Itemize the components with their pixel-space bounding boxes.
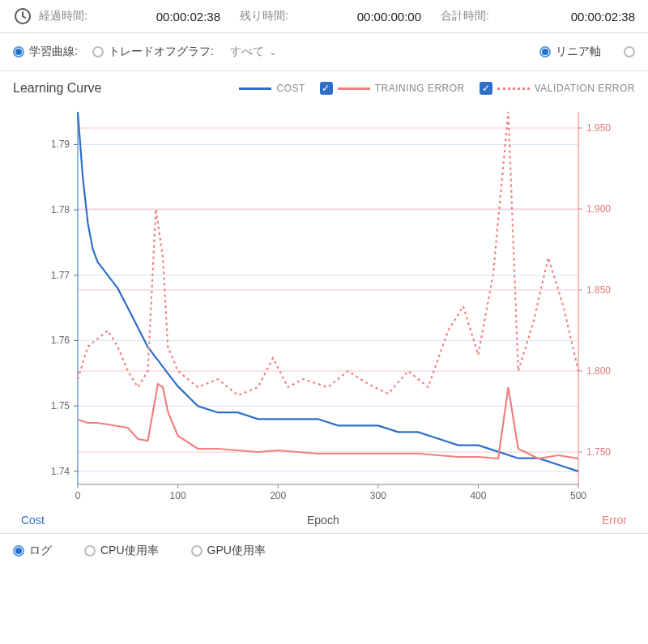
radio-icon[interactable]: [624, 46, 635, 58]
total-value: 00:00:02:38: [571, 10, 635, 23]
chart-panel: Learning Curve COST ✓TRAINING ERROR ✓VAL…: [0, 71, 648, 533]
chart-title: Learning Curve: [13, 81, 101, 96]
svg-text:1.75: 1.75: [51, 400, 70, 412]
tab-log[interactable]: ログ: [13, 544, 52, 558]
svg-text:1.900: 1.900: [586, 203, 611, 215]
bottom-tabs: ログ CPU使用率 GPU使用率: [0, 533, 648, 568]
radio-icon: [84, 545, 96, 557]
tab-cpu[interactable]: CPU使用率: [84, 544, 159, 558]
y-right-label: Error: [602, 514, 627, 527]
svg-text:1.750: 1.750: [586, 446, 611, 458]
svg-text:1.79: 1.79: [51, 139, 70, 150]
clock-icon: [13, 6, 32, 26]
chevron-down-icon: ⌄: [269, 46, 277, 58]
tab-label: トレードオフグラフ:: [109, 45, 214, 59]
tab-label: リニア軸: [556, 45, 601, 59]
svg-text:1.850: 1.850: [586, 284, 611, 296]
svg-text:500: 500: [570, 490, 586, 501]
tab-tradeoff-graph[interactable]: トレードオフグラフ:: [92, 45, 214, 59]
legend-cost[interactable]: COST: [239, 83, 305, 94]
radio-icon: [539, 46, 551, 58]
svg-text:1.950: 1.950: [586, 122, 611, 134]
remaining-label: 残り時間:: [240, 9, 288, 23]
y-left-label: Cost: [21, 514, 45, 527]
total-label: 合計時間:: [441, 9, 489, 23]
tab-linear-axis[interactable]: リニア軸: [539, 45, 601, 59]
view-options-bar: 学習曲線: トレードオフグラフ: すべて⌄ リニア軸: [0, 33, 648, 71]
elapsed-value: 00:00:02:38: [156, 10, 220, 23]
x-axis-label: Epoch: [307, 514, 339, 527]
svg-text:1.74: 1.74: [51, 466, 70, 477]
elapsed-label: 経過時間:: [39, 9, 87, 23]
line-swatch: [338, 87, 370, 90]
radio-icon: [191, 545, 202, 557]
radio-icon: [13, 545, 24, 557]
time-bar: 経過時間:00:00:02:38 残り時間:00:00:00:00 合計時間:0…: [0, 0, 648, 33]
tab-label: 学習曲線:: [29, 45, 78, 59]
tab-learning-curve[interactable]: 学習曲線:: [13, 45, 78, 59]
legend-validation[interactable]: ✓VALIDATION ERROR: [480, 82, 635, 95]
legend-training[interactable]: ✓TRAINING ERROR: [320, 82, 465, 95]
line-swatch: [239, 87, 271, 90]
svg-text:0: 0: [75, 490, 81, 501]
radio-icon: [13, 46, 24, 58]
chart-legend: COST ✓TRAINING ERROR ✓VALIDATION ERROR: [239, 82, 635, 95]
dropdown-value: すべて: [230, 45, 264, 59]
svg-text:1.76: 1.76: [51, 335, 70, 346]
line-swatch: [497, 87, 530, 90]
checkbox-icon: ✓: [480, 82, 492, 95]
remaining-value: 00:00:00:00: [357, 10, 421, 23]
filter-dropdown[interactable]: すべて⌄: [230, 45, 277, 59]
svg-text:1.800: 1.800: [586, 365, 611, 377]
svg-text:1.77: 1.77: [51, 270, 70, 281]
svg-text:200: 200: [270, 490, 286, 501]
svg-text:300: 300: [370, 490, 386, 501]
svg-text:400: 400: [470, 490, 486, 501]
learning-curve-chart: 1.741.751.761.771.781.791.7501.8001.8501…: [13, 104, 635, 509]
svg-text:100: 100: [170, 490, 186, 501]
svg-text:1.78: 1.78: [51, 204, 70, 215]
radio-icon: [92, 46, 104, 58]
checkbox-icon: ✓: [320, 82, 333, 95]
tab-gpu[interactable]: GPU使用率: [191, 544, 266, 558]
